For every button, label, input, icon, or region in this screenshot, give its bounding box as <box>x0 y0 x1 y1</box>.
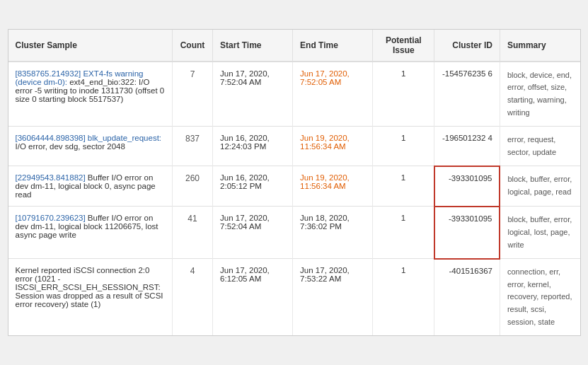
cell-start-time: Jun 16, 2020, 12:24:03 PM <box>213 127 293 166</box>
cell-count: 41 <box>172 207 212 259</box>
cell-end-time: Jun 19, 2020, 11:56:34 AM <box>293 127 373 166</box>
cell-cluster-sample: Kernel reported iSCSI connection 2:0 err… <box>8 259 173 335</box>
cell-potential-issue: 1 <box>373 207 434 259</box>
sample-normal-text: I/O error, dev sdg, sector 2048 <box>16 142 125 151</box>
cell-summary: block, buffer, error, logical, lost, pag… <box>500 207 580 259</box>
col-header-cluster-id: Cluster ID <box>434 30 500 62</box>
cell-cluster-sample: [8358765.214932] EXT4-fs warning (device… <box>8 62 173 127</box>
data-table: Cluster Sample Count Start Time End Time… <box>8 30 580 335</box>
cell-cluster-sample: [10791670.239623] Buffer I/O error on de… <box>8 207 173 259</box>
sample-link-bracket[interactable]: [8358765.214932] <box>16 69 83 78</box>
col-header-start-time: Start Time <box>213 30 293 62</box>
cell-cluster-sample: [22949543.841882] Buffer I/O error on de… <box>8 166 173 207</box>
cell-end-time: Jun 19, 2020, 11:56:34 AM <box>293 166 373 207</box>
col-header-end-time: End Time <box>293 30 373 62</box>
cell-cluster-id: -154576235 6 <box>434 62 500 127</box>
cell-potential-issue: 1 <box>373 62 434 127</box>
col-header-summary: Summary <box>500 30 580 62</box>
main-table-container: Cluster Sample Count Start Time End Time… <box>8 29 581 336</box>
cell-start-time: Jun 17, 2020, 7:52:04 AM <box>213 207 293 259</box>
cell-summary: block, device, end, error, offset, size,… <box>500 62 580 127</box>
cell-cluster-sample: [36064444.898398] blk_update_request: I/… <box>8 127 173 166</box>
cell-cluster-id: -393301095 <box>434 207 500 259</box>
sample-link-text[interactable]: blk_update_request: <box>88 134 161 142</box>
cell-count: 4 <box>172 259 212 335</box>
table-body: [8358765.214932] EXT4-fs warning (device… <box>8 62 580 335</box>
cell-count: 837 <box>172 127 212 166</box>
cell-summary: block, buffer, error, logical, page, rea… <box>500 166 580 207</box>
col-header-cluster-sample: Cluster Sample <box>8 30 173 62</box>
cell-potential-issue: 1 <box>373 259 434 335</box>
cell-end-time: Jun 18, 2020, 7:36:02 PM <box>293 207 373 259</box>
table-row: [22949543.841882] Buffer I/O error on de… <box>8 166 580 207</box>
cell-start-time: Jun 17, 2020, 7:52:04 AM <box>213 62 293 127</box>
cell-summary: connection, err, error, kernel, recovery… <box>500 259 580 335</box>
table-row: [36064444.898398] blk_update_request: I/… <box>8 127 580 166</box>
table-row: [10791670.239623] Buffer I/O error on de… <box>8 207 580 259</box>
col-header-count: Count <box>172 30 212 62</box>
cell-potential-issue: 1 <box>373 127 434 166</box>
cell-summary: error, request, sector, update <box>500 127 580 166</box>
table-row: Kernel reported iSCSI connection 2:0 err… <box>8 259 580 335</box>
cell-potential-issue: 1 <box>373 166 434 207</box>
cell-count: 260 <box>172 166 212 207</box>
cell-cluster-id: -196501232 4 <box>434 127 500 166</box>
sample-link-bracket[interactable]: [36064444.898398] <box>16 134 88 142</box>
sample-link-bracket[interactable]: [10791670.239623] <box>16 214 88 222</box>
cell-end-time: Jun 17, 2020, 7:53:22 AM <box>293 259 373 335</box>
cell-start-time: Jun 17, 2020, 6:12:05 AM <box>213 259 293 335</box>
table-header-row: Cluster Sample Count Start Time End Time… <box>8 30 580 62</box>
cell-cluster-id: -401516367 <box>434 259 500 335</box>
cell-start-time: Jun 16, 2020, 2:05:12 PM <box>213 166 293 207</box>
sample-link-bracket[interactable]: [22949543.841882] <box>16 173 88 182</box>
table-row: [8358765.214932] EXT4-fs warning (device… <box>8 62 580 127</box>
cell-count: 7 <box>172 62 212 127</box>
cell-cluster-id: -393301095 <box>434 166 500 207</box>
col-header-potential-issue: Potential Issue <box>373 30 434 62</box>
cell-end-time: Jun 17, 2020, 7:52:05 AM <box>293 62 373 127</box>
